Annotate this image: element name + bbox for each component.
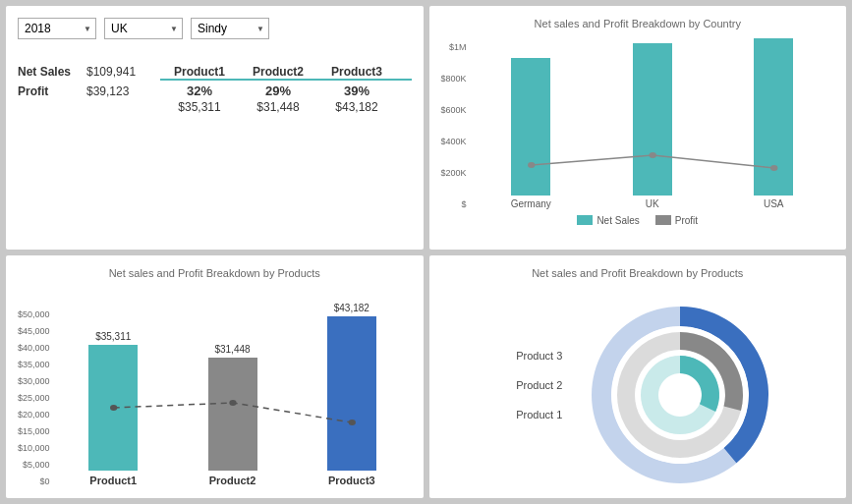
product3-name-label: Product3 [328,475,375,486]
donut-area: Product 3 Product 2 Product 1 [441,285,835,487]
country-chart: $1M $800K $600K $400K $200K $ Germany [441,35,835,226]
legend-profit: Profit [655,215,698,226]
product3-bar [327,316,376,471]
top-right-panel: Net sales and Profit Breakdown by Countr… [429,6,847,250]
prod-amt-3: $43,182 [317,100,396,114]
prod-col-1: Product1 [160,65,239,79]
products-table: Product1 Product2 Product3 32% 29% 39% $… [160,65,412,114]
legend-profit-label: Profit [675,215,698,226]
svg-point-6 [662,377,698,413]
metric-labels: Net Sales Profit [18,65,86,98]
prod-pct-1: 32% [160,84,239,98]
top-right-title: Net sales and Profit Breakdown by Countr… [441,18,835,29]
profit-value: $39,123 [86,84,160,98]
country-select[interactable]: UKGermanyUSA [104,18,183,39]
bottom-left-panel: Net sales and Profit Breakdown by Produc… [6,255,424,499]
person-select[interactable]: SindyJohnMary [191,18,269,39]
product2-bar [208,358,257,471]
year-select-wrap[interactable]: 201820172019 [18,18,96,39]
germany-bar [511,58,550,196]
product3-group: $43,182 Product3 [302,303,401,486]
top-left-panel: 201820172019 UKGermanyUSA SindyJohnMary … [6,6,424,250]
country-bars-area: Germany UK USA [471,42,834,209]
prod-col-3: Product3 [317,65,396,79]
net-sales-value: $109,941 [86,65,160,79]
filter-row: 201820172019 UKGermanyUSA SindyJohnMary [18,18,412,39]
profit-label: Profit [18,84,86,98]
uk-label: UK [646,198,659,209]
product2-amount-label: $31,448 [214,344,250,355]
usa-label: USA [764,198,784,209]
donut-legend: Product 3 Product 2 Product 1 [516,350,562,420]
product3-amount-label: $43,182 [334,303,369,313]
bottom-right-title: Net sales and Profit Breakdown by Produc… [441,267,835,279]
product1-bar [88,345,138,471]
prod-pct-2: 29% [239,84,317,98]
product-bars-area: $35,311 Product1 $31,448 Product2 $43,18… [54,309,412,486]
year-select[interactable]: 201820172019 [18,18,96,39]
product-y-axis: $50,000 $45,000 $40,000 $35,000 $30,000 … [18,309,54,486]
donut-legend-product3: Product 3 [516,350,562,362]
bottom-left-title: Net sales and Profit Breakdown by Produc… [18,267,412,279]
country-select-wrap[interactable]: UKGermanyUSA [104,18,183,39]
net-sales-label: Net Sales [18,65,86,79]
legend-net-sales: Net Sales [577,215,639,226]
usa-bar [754,38,793,196]
prod-col-2: Product2 [239,65,317,79]
prod-amt-2: $31,448 [239,100,317,114]
metrics-row: Net Sales Profit $109,941 $39,123 Produc… [18,65,412,114]
product1-name-label: Product1 [89,475,137,486]
donut-legend-product2: Product 2 [516,379,562,391]
legend-profit-color [655,215,671,225]
country-y-axis: $1M $800K $600K $400K $200K $ [441,42,471,209]
prod-amt-1: $35,311 [160,100,239,114]
legend-net-sales-label: Net Sales [596,215,639,226]
uk-group: UK [592,43,712,209]
uk-bar [633,43,672,196]
germany-group: Germany [471,58,592,209]
person-select-wrap[interactable]: SindyJohnMary [191,18,269,39]
donut-chart [582,297,759,474]
product2-group: $31,448 Product2 [183,344,282,486]
product1-amount-label: $35,311 [95,331,131,342]
metric-values: $109,941 $39,123 [86,65,160,98]
legend-net-sales-color [577,215,593,225]
product1-group: $35,311 Product1 [64,331,163,486]
donut-svg [582,297,778,493]
germany-label: Germany [511,198,551,209]
country-chart-legend: Net Sales Profit [441,215,835,226]
prod-pct-row: 32% 29% 39% [160,84,412,98]
usa-group: USA [713,38,834,209]
donut-legend-product1: Product 1 [516,409,562,420]
product2-name-label: Product2 [209,475,256,486]
prod-amt-row: $35,311 $31,448 $43,182 [160,100,412,114]
products-header-row: Product1 Product2 Product3 [160,65,412,81]
bottom-right-panel: Net sales and Profit Breakdown by Produc… [429,255,847,499]
dashboard: 201820172019 UKGermanyUSA SindyJohnMary … [0,0,852,504]
prod-pct-3: 39% [317,84,396,98]
